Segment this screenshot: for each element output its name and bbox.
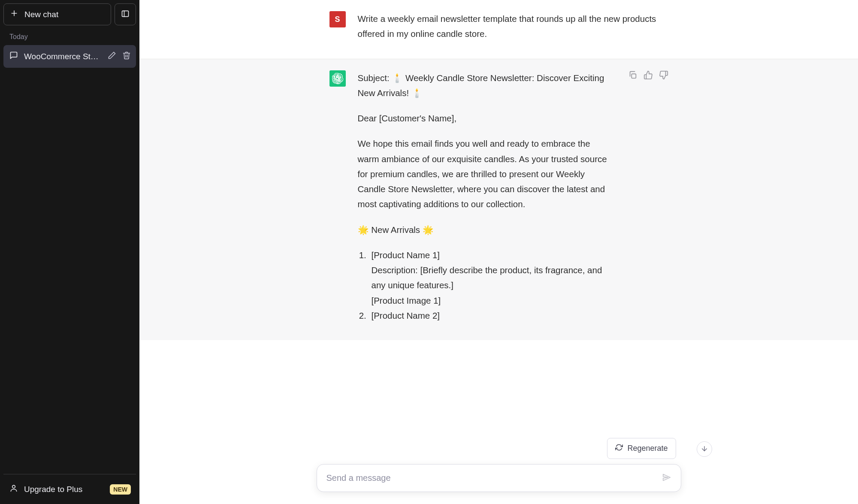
main: S Write a weekly email newsletter templa… [139,0,858,504]
regenerate-button[interactable]: Regenerate [607,438,676,459]
assistant-actions [628,70,668,323]
copy-button[interactable] [628,70,637,323]
svg-rect-5 [631,74,636,78]
assistant-product-list: [Product Name 1] Description: [Briefly d… [358,247,612,323]
edit-chat-button[interactable] [108,51,116,62]
user-message-text: Write a weekly email newsletter template… [358,11,668,42]
assistant-subject: Subject: 🕯️ Weekly Candle Store Newslett… [358,70,612,101]
new-chat-button[interactable]: New chat [3,3,111,25]
assistant-intro: We hope this email finds you well and re… [358,136,612,211]
chat-list: WooCommerce Store [3,45,136,471]
product-name: [Product Name 1] [372,247,612,263]
composer [317,464,681,492]
assistant-greeting: Dear [Customer's Name], [358,111,612,126]
list-item: [Product Name 1] Description: [Briefly d… [369,247,612,308]
new-badge: NEW [110,484,131,495]
regenerate-label: Regenerate [627,444,668,453]
user-icon [9,484,18,495]
chat-item[interactable]: WooCommerce Store [3,45,136,68]
svg-rect-2 [122,11,129,16]
product-image-placeholder: [Product Image 1] [372,293,612,308]
new-chat-label: New chat [24,10,58,19]
chat-icon [9,51,18,62]
sidebar-icon [121,9,130,19]
plus-icon [10,9,18,20]
scroll-to-bottom-button[interactable] [697,441,712,457]
user-avatar-initial: S [335,15,340,24]
sidebar-toggle-button[interactable] [115,3,136,25]
refresh-icon [615,444,623,453]
upgrade-button[interactable]: Upgrade to Plus NEW [3,478,136,501]
divider [3,474,136,474]
input-area: Regenerate [139,429,858,504]
assistant-avatar [329,70,346,87]
sidebar: New chat Today WooCommerce Store [0,0,139,504]
chat-item-title: WooCommerce Store [24,52,102,61]
assistant-message-content: Subject: 🕯️ Weekly Candle Store Newslett… [358,70,612,323]
message-user: S Write a weekly email newsletter templa… [139,0,858,59]
delete-chat-button[interactable] [122,51,131,62]
svg-point-4 [12,485,15,488]
conversation[interactable]: S Write a weekly email newsletter templa… [139,0,858,504]
list-item: [Product Name 2] [369,308,612,323]
message-assistant: Subject: 🕯️ Weekly Candle Store Newslett… [139,59,858,341]
message-input[interactable] [317,464,681,492]
thumbs-down-button[interactable] [659,70,668,323]
user-avatar: S [329,11,346,27]
send-icon [662,473,671,483]
assistant-section-heading: 🌟 New Arrivals 🌟 [358,222,612,237]
product-desc: Description: [Briefly describe the produ… [372,263,612,293]
thumbs-up-button[interactable] [644,70,653,323]
arrow-down-icon [701,445,708,454]
sidebar-section-label: Today [3,25,136,45]
upgrade-label: Upgrade to Plus [24,485,82,494]
send-button[interactable] [659,471,674,486]
product-name: [Product Name 2] [372,308,612,323]
openai-logo-icon [332,73,343,84]
